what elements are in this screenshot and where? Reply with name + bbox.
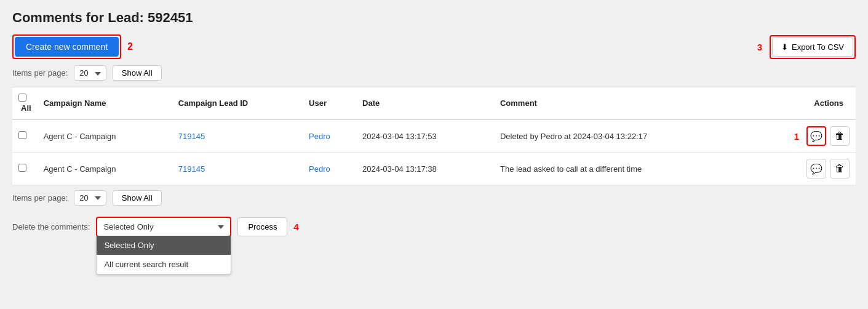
table-row: Agent C - Campaign719145Pedro2024-03-04 … (12, 119, 856, 153)
row-checkbox-cell (12, 153, 38, 185)
create-new-comment-button[interactable]: Create new comment (15, 37, 119, 57)
show-all-top-button[interactable]: Show All (113, 65, 162, 81)
delete-dropdown-chevron (218, 225, 224, 229)
campaign-lead-id-link[interactable]: 719145 (178, 164, 205, 174)
delete-dropdown-display[interactable]: Selected Only (97, 218, 230, 236)
process-button[interactable]: Process (237, 217, 287, 236)
step3-badge: 3 (757, 42, 762, 52)
row-actions-cell: 1💬🗑 (747, 119, 856, 153)
row-1-checkbox[interactable] (18, 131, 26, 139)
row-campaign-lead-id[interactable]: 719145 (172, 153, 303, 185)
row-date: 2024-03-04 13:17:38 (356, 153, 494, 185)
select-all-checkbox[interactable] (18, 94, 26, 102)
row-checkbox-cell (12, 119, 38, 153)
campaign-lead-id-link[interactable]: 719145 (178, 132, 205, 141)
row-comment: Deleted by Pedro at 2024-03-04 13:22:17 (494, 119, 747, 153)
page-title: Comments for Lead: 592451 (12, 10, 856, 26)
row-date: 2024-03-04 13:17:53 (356, 119, 494, 153)
items-per-page-top-value: 20 (79, 68, 88, 78)
table-row: Agent C - Campaign719145Pedro2024-03-04 … (12, 153, 856, 185)
delete-bar-label: Delete the comments: (12, 222, 90, 231)
show-all-bottom-button[interactable]: Show All (113, 190, 162, 206)
col-campaign-name: Campaign Name (38, 87, 172, 120)
items-per-page-top-bar: Items per page: 20 Show All (12, 65, 856, 81)
row-campaign-name: Agent C - Campaign (38, 153, 172, 185)
delete-dropdown-value: Selected Only (103, 222, 153, 231)
col-date: Date (356, 87, 494, 120)
user-link[interactable]: Pedro (309, 164, 330, 174)
col-comment: Comment (494, 87, 747, 120)
dropdown-option-all-current[interactable]: All current search result (97, 255, 231, 274)
step1-badge: 1 (794, 131, 799, 142)
row-actions-cell: 💬🗑 (747, 153, 856, 185)
create-btn-border: Create new comment (12, 34, 121, 59)
delete-bar: Delete the comments: Selected Only Selec… (12, 212, 856, 242)
row-comment: The lead asked to call at a different ti… (494, 153, 747, 185)
step4-badge: 4 (293, 222, 298, 232)
delete-dropdown-menu: Selected Only All current search result (96, 236, 231, 275)
row-2-delete-action-button[interactable]: 🗑 (830, 159, 850, 179)
row-user[interactable]: Pedro (303, 153, 356, 185)
col-campaign-lead-id: Campaign Lead ID (172, 87, 303, 120)
col-actions: Actions (747, 87, 856, 120)
items-per-page-bottom-select[interactable]: 20 (74, 190, 106, 206)
col-all-label: All (21, 103, 31, 113)
items-per-page-bottom-chevron (95, 196, 101, 200)
items-per-page-top-select[interactable]: 20 (74, 65, 106, 81)
export-area: 3 ⬇ Export To CSV (757, 35, 856, 59)
row-2-comment-action-button[interactable]: 💬 (806, 159, 826, 179)
col-user: User (303, 87, 356, 120)
row-campaign-lead-id[interactable]: 719145 (172, 119, 303, 153)
items-per-page-top-label: Items per page: (12, 68, 68, 78)
col-all: All (12, 87, 38, 120)
row-1-delete-action-button[interactable]: 🗑 (830, 126, 850, 146)
delete-dropdown-wrapper: Selected Only Selected Only All current … (96, 217, 231, 237)
items-per-page-bottom-bar: Items per page: 20 Show All (12, 190, 856, 206)
row-2-checkbox[interactable] (18, 164, 26, 172)
items-per-page-bottom-label: Items per page: (12, 193, 68, 203)
comments-table: All Campaign Name Campaign Lead ID User … (12, 87, 856, 185)
user-link[interactable]: Pedro (309, 132, 330, 141)
row-1-comment-action-button[interactable]: 💬 (806, 126, 826, 146)
row-user[interactable]: Pedro (303, 119, 356, 153)
page-wrapper: Comments for Lead: 592451 Create new com… (0, 0, 868, 309)
items-per-page-top-chevron (91, 68, 101, 78)
top-bar: Create new comment 2 3 ⬇ Export To CSV (12, 34, 856, 59)
step2-badge: 2 (127, 41, 133, 52)
dropdown-option-selected-only[interactable]: Selected Only (97, 236, 231, 255)
export-csv-button[interactable]: ⬇ Export To CSV (772, 38, 853, 57)
items-per-page-bottom-value: 20 (79, 193, 88, 203)
export-btn-label: Export To CSV (792, 42, 844, 52)
row-campaign-name: Agent C - Campaign (38, 119, 172, 153)
export-btn-border: ⬇ Export To CSV (770, 35, 856, 59)
download-icon: ⬇ (781, 42, 788, 52)
